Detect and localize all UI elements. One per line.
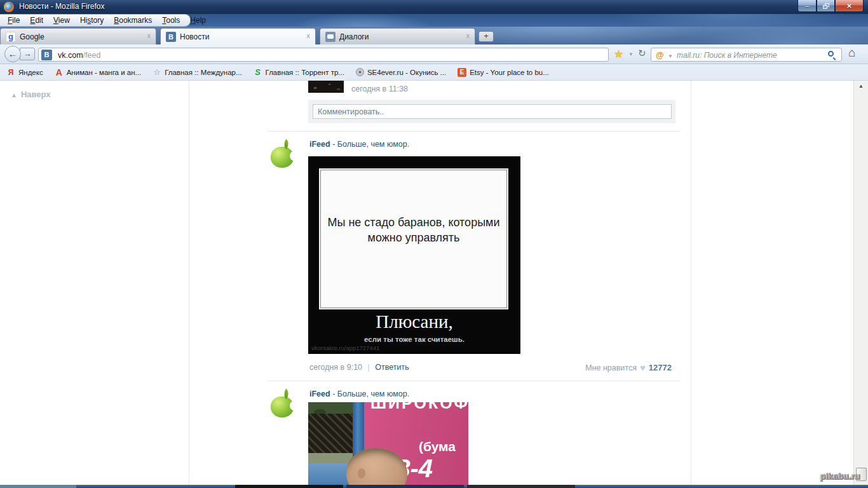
mailru-search-icon: @	[656, 50, 664, 60]
url-bar[interactable]: В vk.com/feed	[38, 48, 609, 62]
bookmark-glavnaya-torrent[interactable]: S Главная :: Торрент тр...	[250, 66, 348, 78]
menu-edit[interactable]: Edit	[25, 15, 48, 26]
menu-history[interactable]: History	[75, 15, 109, 26]
window-titlebar: Новости - Mozilla Firefox – ✕	[0, 0, 868, 14]
post-image-demotivator[interactable]: Мы не стадо баранов, которыми можно упра…	[308, 156, 520, 354]
post-divider	[267, 131, 680, 132]
avatar[interactable]	[267, 388, 299, 420]
previous-post-thumbnail[interactable]	[308, 81, 344, 93]
tab-dialogi[interactable]: Диалоги x	[320, 28, 475, 44]
menubar-row: File Edit View History Bookmarks Tools H…	[0, 14, 868, 27]
window-controls: – ✕	[797, 0, 864, 12]
post-author-link[interactable]: iFeed	[309, 390, 330, 398]
refresh-icon[interactable]: ↻	[638, 48, 646, 59]
menubar: File Edit View History Bookmarks Tools H…	[0, 14, 191, 27]
post-author-link[interactable]: iFeed	[309, 140, 330, 149]
page-content: ▲Наверх сегодня в 11:38 iFeed - Больше, …	[0, 81, 868, 485]
likes-count: 12772	[649, 363, 672, 372]
search-icon[interactable]	[828, 51, 834, 57]
search-placeholder: mail.ru: Поиск в Интернете	[677, 51, 777, 60]
post-footer: сегодня в 9:10 | Ответить Мне нравится ♥…	[309, 363, 672, 374]
demotivator-subcaption: если ты тоже так считаешь.	[308, 336, 520, 343]
bookmark-yandex[interactable]: Я Яндекс	[3, 67, 46, 78]
url-host: vk.com	[58, 51, 83, 60]
animan-icon: А	[55, 67, 64, 78]
previous-post-time: сегодня в 11:38	[351, 85, 408, 93]
site-favicon-icon: В	[41, 50, 52, 60]
new-tab-button[interactable]: +	[478, 31, 494, 42]
demotivator-watermark: vkontakte.ru/app1727441	[311, 344, 379, 351]
post-title: iFeed - Больше, чем юмор.	[309, 390, 409, 398]
navigation-toolbar: ← → В vk.com/feed ★ ▼ ↻ @ ▼ mail.ru: Пои…	[0, 44, 868, 64]
up-triangle-icon: ▲	[11, 92, 17, 98]
taskbar-edge	[0, 485, 868, 488]
comment-input[interactable]	[313, 104, 672, 119]
dialog-favicon-icon	[325, 32, 336, 42]
search-input[interactable]: @ ▼ mail.ru: Поиск в Интернете	[651, 48, 842, 62]
comment-block	[308, 100, 675, 123]
bookmarks-bar: Я Яндекс А Аниман - манга и ан... ☆ Глав…	[0, 64, 868, 81]
demotivator-frame: Мы не стадо баранов, которыми можно упра…	[320, 170, 507, 308]
menu-view[interactable]: View	[48, 15, 75, 26]
post-divider	[267, 381, 680, 381]
bookmark-glavnaya-mezhdunar[interactable]: ☆ Главная :: Междунар...	[149, 66, 245, 78]
firefox-icon	[4, 2, 14, 12]
forward-button[interactable]: →	[20, 48, 35, 60]
home-icon[interactable]: ⌂	[848, 46, 855, 60]
back-to-top-link[interactable]: ▲Наверх	[11, 90, 51, 99]
bookmark-star-icon[interactable]: ★	[614, 48, 623, 61]
menu-file[interactable]: File	[3, 15, 25, 26]
tab-novosti[interactable]: В Новости x	[160, 28, 316, 44]
menu-tools[interactable]: Tools	[157, 15, 185, 26]
post-image-photo[interactable]: ШИРОКОФ (бума 68-4	[308, 402, 468, 485]
close-button[interactable]: ✕	[835, 0, 864, 12]
search-engine-dropdown-icon[interactable]: ▼	[668, 53, 673, 59]
page-scrollbar[interactable]: ▲	[853, 81, 868, 485]
back-button[interactable]: ←	[4, 46, 21, 62]
yandex-icon: Я	[6, 68, 15, 77]
etsy-icon: E	[458, 68, 466, 77]
minimize-button[interactable]: –	[797, 0, 817, 12]
tab-close-icon[interactable]: x	[466, 32, 470, 39]
like-button[interactable]: Мне нравится ♥ 12772	[585, 363, 672, 372]
browser-window: Новости - Mozilla Firefox – ✕ File Edit …	[0, 0, 868, 488]
post-time: сегодня в 9:10	[309, 363, 362, 372]
right-column-divider	[691, 81, 691, 485]
demotivator-text: Мы не стадо баранов, которыми можно упра…	[321, 215, 506, 246]
tab-bar: g Google x В Новости x Диалоги x +	[0, 27, 868, 44]
bookmark-se4ever[interactable]: SE4ever.ru - Окунись ...	[353, 67, 449, 78]
bench	[308, 463, 349, 485]
window-title: Новости - Mozilla Firefox	[19, 2, 104, 11]
vk-favicon-icon: В	[166, 32, 176, 42]
bookmark-etsy[interactable]: E Etsy - Your place to bu...	[454, 67, 552, 78]
google-favicon-icon: g	[6, 32, 16, 42]
url-path: /feed	[83, 51, 101, 60]
pikabu-watermark: pikabu.ru	[820, 471, 860, 481]
bookmark-animan[interactable]: А Аниман - манга и ан...	[51, 66, 144, 79]
menu-help[interactable]: Help	[185, 15, 211, 26]
menu-bookmarks[interactable]: Bookmarks	[109, 15, 157, 26]
left-column-divider	[189, 81, 189, 485]
restore-icon	[823, 3, 829, 9]
disc-icon	[356, 68, 364, 76]
restore-button[interactable]	[817, 0, 835, 12]
avatar[interactable]	[267, 139, 299, 170]
star-outline-icon: ☆	[153, 67, 161, 77]
tab-close-icon[interactable]: x	[147, 32, 151, 39]
post-title: iFeed - Больше, чем юмор.	[309, 140, 409, 149]
torrent-icon: S	[254, 67, 262, 77]
demotivator-caption: Плюсани,	[308, 311, 520, 332]
scroll-up-icon[interactable]: ▲	[854, 83, 868, 89]
reply-link[interactable]: Ответить	[375, 363, 409, 372]
heart-icon: ♥	[640, 363, 646, 372]
bookmark-dropdown-icon[interactable]: ▼	[628, 51, 634, 57]
tab-google[interactable]: g Google x	[0, 28, 156, 44]
tab-close-icon[interactable]: x	[307, 32, 311, 39]
